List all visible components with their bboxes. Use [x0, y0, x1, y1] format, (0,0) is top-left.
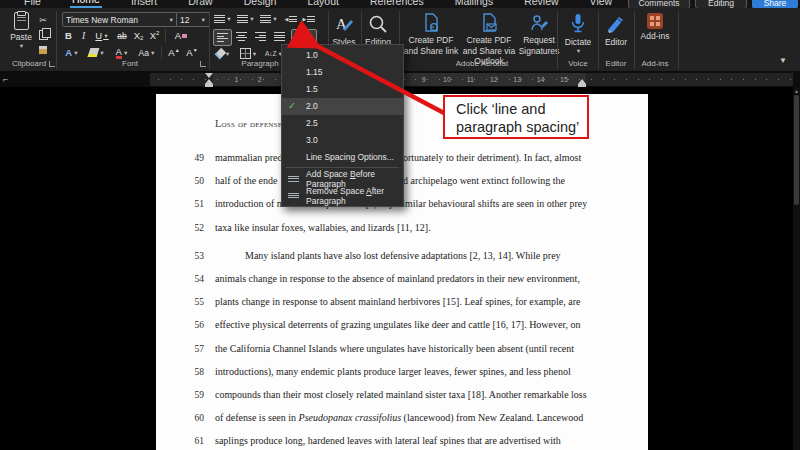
format-painter-icon [39, 46, 47, 54]
highlighter-icon [88, 48, 100, 57]
document-line-58: 58introductions), many endemic plants pr… [156, 362, 648, 385]
menu-item-label: Remove Space After Paragraph [306, 186, 403, 206]
menu-tab-review[interactable]: Review [522, 0, 560, 8]
font-dialog-launcher[interactable] [200, 61, 206, 67]
ruler-tick [556, 79, 557, 80]
line-text: the California Channel Islands where ung… [215, 343, 587, 354]
ruler-tick [170, 79, 171, 80]
line-number: 56 [170, 320, 204, 330]
paste-button[interactable]: Paste ▼ [8, 12, 34, 49]
align-right-button[interactable] [252, 29, 269, 44]
text-effects-button[interactable]: A▼ [62, 46, 82, 59]
document-line-52: 52taxa like insular foxes, wallabies, an… [156, 218, 648, 241]
spacing-option-2.5[interactable]: 2.5 [282, 115, 403, 132]
align-right-icon [255, 31, 266, 43]
line-spacing-options-item[interactable]: Line Spacing Options... [282, 148, 403, 165]
superscript-button[interactable]: X2 [147, 29, 162, 42]
document-line-59: 59compounds than their most closely rela… [156, 385, 648, 408]
grow-font-button[interactable]: A▲ [166, 46, 182, 59]
italic-label: I [82, 31, 85, 41]
menu-tab-draw[interactable]: Draw [186, 0, 215, 8]
font-size-combo[interactable]: 12▼ [176, 12, 210, 27]
spacing-option-1.0[interactable]: 1.0 [282, 47, 403, 64]
group-divider [56, 11, 57, 69]
chevron-down-icon: ▼ [308, 35, 313, 41]
chevron-down-icon: ▼ [123, 50, 128, 56]
menu-tab-references[interactable]: References [368, 0, 426, 8]
remove-space-after-item[interactable]: Remove Space After Paragraph [282, 187, 403, 204]
subscript-button[interactable]: X2 [131, 29, 146, 42]
scroll-up-icon[interactable]: ▲ [794, 88, 799, 94]
dictate-button[interactable]: Dictate ▼ [560, 13, 596, 54]
ruler-tick [509, 79, 510, 80]
line-text: taxa like insular foxes, wallabies, and … [215, 222, 587, 233]
line-number: 60 [170, 413, 204, 423]
spacing-option-1.15[interactable]: 1.15 [282, 64, 403, 81]
line-text: Many island plants have also lost defens… [215, 250, 587, 261]
chevron-down-icon: ▼ [249, 16, 254, 22]
strikethrough-button[interactable]: ab [114, 29, 130, 42]
multilevel-list-button[interactable]: ▼ [259, 12, 279, 26]
bullets-button[interactable]: ▼ [213, 12, 233, 26]
create-pdf-share-link-button[interactable]: Create PDF and Share link [403, 13, 459, 56]
font-color-button[interactable]: A▼ [112, 46, 132, 59]
menu-tab-mailings[interactable]: Mailings [453, 0, 496, 8]
collapse-ribbon-chevron-icon[interactable]: ▼ [779, 56, 787, 65]
clipboard-icon [14, 12, 29, 30]
ruler-tick [696, 79, 697, 80]
bold-button[interactable]: B [62, 29, 75, 42]
vertical-scrollbar[interactable]: ▲ [793, 87, 800, 450]
menu-tab-home[interactable]: Home [70, 0, 102, 8]
clear-formatting-button[interactable]: A [172, 29, 190, 42]
line-number: 57 [170, 344, 204, 354]
justify-button[interactable] [271, 29, 288, 44]
highlight-color-button[interactable]: ▼ [86, 46, 108, 59]
format-painter-button[interactable] [36, 44, 50, 56]
spacing-option-1.5[interactable]: 1.5 [282, 81, 403, 98]
document-line-56: 56effective physical deterrents of grazi… [156, 315, 648, 338]
addins-button[interactable]: Add-ins [636, 13, 674, 42]
menu-tab-layout[interactable]: Layout [305, 0, 341, 8]
dictate-label: Dictate [565, 37, 591, 48]
change-case-button[interactable]: Aa▼ [136, 46, 158, 59]
request-signatures-button[interactable]: Request Signatures [519, 13, 559, 56]
first-line-indent-marker[interactable] [205, 73, 213, 78]
add-space-before-item[interactable]: Add Space Before Paragraph [282, 170, 403, 187]
shrink-font-button[interactable]: A▼ [184, 46, 200, 59]
editor-label: Editor [605, 37, 627, 48]
italic-button[interactable]: I [77, 29, 90, 42]
ruler-tick [415, 79, 416, 80]
spacing-option-label: 1.5 [306, 84, 318, 94]
menu-tab-insert[interactable]: Insert [129, 0, 159, 8]
align-center-button[interactable] [233, 29, 250, 44]
scrollbar-thumb[interactable] [794, 95, 799, 205]
shading-button[interactable]: ▼ [213, 47, 234, 60]
tab-selector-icon[interactable]: ⌐ [3, 74, 13, 84]
ruler-tick [614, 79, 615, 80]
document-line-53: 53Many island plants have also lost defe… [156, 246, 648, 269]
line-text: introductions), many endemic plants prod… [215, 366, 587, 377]
font-name-combo[interactable]: Times New Roman▼ [62, 12, 178, 27]
font-size-value: 12 [180, 15, 189, 25]
numbering-button[interactable]: ▼ [236, 12, 256, 26]
copy-button[interactable] [36, 29, 50, 41]
spacing-option-2.0[interactable]: ✓2.0 [282, 98, 403, 115]
cut-button[interactable]: ✂ [36, 14, 50, 26]
line-number: 59 [170, 390, 204, 400]
arrow-left-icon: ◀ [285, 16, 289, 22]
menu-tab-view[interactable]: View [588, 0, 615, 8]
menu-tab-design[interactable]: Design [242, 0, 279, 8]
editor-button[interactable]: Editor [600, 13, 632, 48]
line-number: 55 [170, 297, 204, 307]
spacing-option-3.0[interactable]: 3.0 [282, 131, 403, 148]
menu-tab-file[interactable]: File [22, 0, 43, 8]
decrease-indent-button[interactable]: ◀ [283, 12, 299, 26]
increase-indent-button[interactable]: ▶ [301, 12, 317, 26]
editor-pen-icon [605, 13, 627, 35]
ruler-number-10: 10 [443, 76, 451, 83]
underline-button[interactable]: U▼ [92, 29, 112, 42]
clipboard-dialog-launcher[interactable] [49, 61, 55, 67]
chevron-down-icon: ▼ [252, 51, 257, 57]
chevron-down-icon: ▼ [226, 16, 231, 22]
align-left-button[interactable] [213, 29, 232, 46]
